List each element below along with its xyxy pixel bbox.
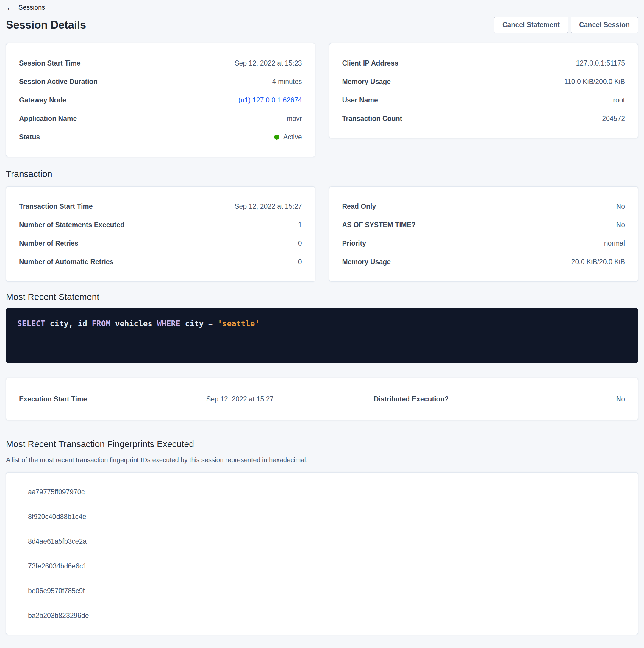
row-priority: Priority normal (342, 234, 625, 253)
row-label: AS OF SYSTEM TIME? (342, 220, 416, 229)
distributed-execution-label: Distributed Execution? (374, 395, 449, 403)
row-label: Number of Automatic Retries (19, 257, 113, 266)
row-as-of-system-time: AS OF SYSTEM TIME? No (342, 216, 625, 234)
row-session-start-time: Session Start Time Sep 12, 2022 at 15:23 (19, 54, 302, 72)
row-value: Sep 12, 2022 at 15:23 (235, 59, 302, 68)
sql-statement: SELECT city, id FROM vehicles WHERE city… (17, 319, 627, 329)
fingerprint-item: 8d4ae61a5fb3ce2a (6, 529, 638, 554)
row-value: 0 (298, 239, 302, 248)
row-label: User Name (342, 96, 378, 105)
execution-card: Execution Start Time Sep 12, 2022 at 15:… (6, 378, 638, 421)
row-value: normal (604, 239, 625, 248)
sql-keyword: FROM (92, 319, 110, 328)
row-read-only: Read Only No (342, 197, 625, 216)
row-label: Transaction Count (342, 114, 402, 123)
back-arrow-icon[interactable]: ← (6, 4, 14, 11)
row-value: 4 minutes (272, 77, 302, 86)
row-value: root (613, 96, 625, 105)
fingerprints-description: A list of the most recent transaction fi… (6, 455, 638, 465)
row-transaction-start-time: Transaction Start Time Sep 12, 2022 at 1… (19, 197, 302, 216)
distributed-execution-value: No (449, 395, 625, 403)
row-label: Status (19, 132, 40, 142)
row-label: Gateway Node (19, 96, 66, 105)
status-cell: Active (274, 132, 302, 142)
row-label: Client IP Address (342, 59, 399, 68)
row-automatic-retries: Number of Automatic Retries 0 (19, 253, 302, 271)
row-session-active-duration: Session Active Duration 4 minutes (19, 72, 302, 91)
status-badge: Active (283, 132, 302, 142)
row-label: Priority (342, 239, 366, 248)
row-value: movr (287, 114, 302, 123)
session-summary-card-left: Session Start Time Sep 12, 2022 at 15:23… (6, 43, 315, 157)
row-label: Transaction Start Time (19, 202, 93, 211)
execution-start-time-label: Execution Start Time (19, 395, 206, 403)
session-summary-card-right: Client IP Address 127.0.0.1:51175 Memory… (329, 43, 638, 139)
fingerprint-item: ba2b203b823296de (6, 603, 638, 628)
row-value: 20.0 KiB/20.0 KiB (571, 257, 625, 266)
session-details-page: ← Sessions Session Details Cancel Statem… (0, 0, 644, 635)
page-title: Session Details (6, 19, 86, 31)
sql-text: vehicles (110, 319, 157, 328)
fingerprint-item: be06e9570f785c9f (6, 579, 638, 603)
row-label: Read Only (342, 202, 376, 211)
row-label: Application Name (19, 114, 77, 123)
sql-string-literal: 'seattle' (218, 319, 259, 328)
status-active-dot (274, 134, 279, 140)
breadcrumb-sessions-link[interactable]: Sessions (18, 4, 45, 11)
fingerprints-section-heading: Most Recent Transaction Fingerprints Exe… (6, 439, 638, 449)
row-value: No (616, 202, 625, 211)
row-label: Number of Statements Executed (19, 220, 124, 229)
fingerprint-item: 73fe26034bd6e6c1 (6, 554, 638, 579)
row-label: Number of Retries (19, 239, 78, 248)
sql-text: city, id (45, 319, 92, 328)
row-value: 1 (298, 220, 302, 229)
statement-section-heading: Most Recent Statement (6, 292, 638, 302)
transaction-card-right: Read Only No AS OF SYSTEM TIME? No Prior… (329, 186, 638, 282)
row-gateway-node: Gateway Node (n1) 127.0.0.1:62674 (19, 91, 302, 109)
page-header: Session Details Cancel Statement Cancel … (6, 17, 638, 33)
row-client-ip-address: Client IP Address 127.0.0.1:51175 (342, 54, 625, 72)
row-transaction-count: Transaction Count 204572 (342, 109, 625, 128)
transaction-section: Transaction Start Time Sep 12, 2022 at 1… (6, 186, 638, 282)
row-value: 0 (298, 257, 302, 266)
gateway-node-link[interactable]: (n1) 127.0.0.1:62674 (238, 96, 302, 105)
cancel-session-button[interactable]: Cancel Session (571, 17, 638, 33)
row-statements-executed: Number of Statements Executed 1 (19, 216, 302, 234)
sql-keyword: SELECT (17, 319, 45, 328)
header-buttons: Cancel Statement Cancel Session (494, 17, 638, 33)
cancel-statement-button[interactable]: Cancel Statement (494, 17, 568, 33)
row-label: Session Active Duration (19, 77, 98, 86)
row-value: 110.0 KiB/200.0 KiB (564, 77, 625, 86)
row-value: No (616, 220, 625, 229)
execution-start-time-value: Sep 12, 2022 at 15:27 (206, 395, 374, 403)
fingerprints-card: aa79775ff097970c 8f920c40d88b1c4e 8d4ae6… (6, 472, 638, 635)
fingerprint-item: 8f920c40d88b1c4e (6, 504, 638, 529)
row-value: 127.0.0.1:51175 (576, 59, 625, 68)
row-label: Session Start Time (19, 59, 81, 68)
row-label: Memory Usage (342, 257, 391, 266)
sql-statement-box: SELECT city, id FROM vehicles WHERE city… (6, 308, 638, 363)
session-summary-section: Session Start Time Sep 12, 2022 at 15:23… (6, 43, 638, 157)
row-label: Memory Usage (342, 77, 391, 86)
row-value: Sep 12, 2022 at 15:27 (235, 202, 302, 211)
row-txn-memory-usage: Memory Usage 20.0 KiB/20.0 KiB (342, 253, 625, 271)
row-number-of-retries: Number of Retries 0 (19, 234, 302, 253)
fingerprint-item: aa79775ff097970c (6, 480, 638, 504)
row-value: 204572 (602, 114, 625, 123)
sql-keyword: WHERE (157, 319, 180, 328)
row-status: Status Active (19, 128, 302, 146)
transaction-section-heading: Transaction (6, 169, 638, 179)
breadcrumb[interactable]: ← Sessions (6, 0, 45, 11)
sql-text: city = (180, 319, 218, 328)
row-memory-usage: Memory Usage 110.0 KiB/200.0 KiB (342, 72, 625, 91)
row-application-name: Application Name movr (19, 109, 302, 128)
transaction-card-left: Transaction Start Time Sep 12, 2022 at 1… (6, 186, 315, 282)
row-user-name: User Name root (342, 91, 625, 109)
